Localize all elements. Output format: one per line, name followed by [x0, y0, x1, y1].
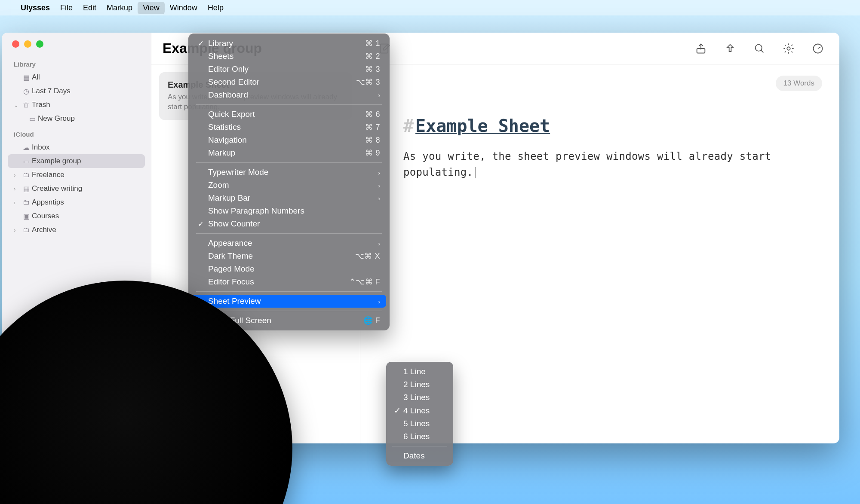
- sidebar-item-label: Trash: [32, 101, 50, 109]
- inbox-icon: ☁: [21, 144, 32, 152]
- submenu-dates[interactable]: Dates: [389, 449, 451, 462]
- sidebar-item-courses[interactable]: ▣ Courses: [2, 209, 151, 223]
- chevron-right-icon[interactable]: ›: [14, 227, 20, 233]
- sidebar-item-example-group[interactable]: ▭ Example group: [8, 154, 145, 168]
- document-heading: Example Sheet: [415, 116, 550, 136]
- sidebar-item-last-7-days[interactable]: ◷ Last 7 Days: [2, 84, 151, 98]
- menu-markup[interactable]: Markup⌘ 9: [192, 147, 386, 159]
- document-body[interactable]: #Example Sheet As you write, the sheet p…: [360, 64, 839, 180]
- sidebar-item-label: Example group: [32, 157, 81, 165]
- document-icon: ▭: [21, 157, 32, 165]
- sheet-preview-submenu: 1 Line 2 Lines 3 Lines ✓4 Lines 5 Lines …: [386, 362, 453, 466]
- dashboard-button[interactable]: [809, 40, 826, 57]
- menubar-view[interactable]: View: [138, 2, 165, 14]
- menu-dark-theme[interactable]: Dark Theme⌥⌘ X: [192, 250, 386, 263]
- menu-typewriter-mode[interactable]: Typewriter Mode›: [192, 166, 386, 179]
- menu-sheets[interactable]: Sheets⌘ 2: [192, 50, 386, 63]
- document-icon: ▭: [27, 115, 38, 123]
- menu-navigation[interactable]: Navigation⌘ 8: [192, 134, 386, 147]
- chevron-right-icon: ›: [374, 195, 380, 202]
- sidebar-section-library: Library: [2, 55, 151, 70]
- sidebar-item-all[interactable]: ▤ All: [2, 70, 151, 84]
- window-minimize-button[interactable]: [24, 40, 31, 48]
- text-cursor-icon: [475, 167, 476, 178]
- sidebar-section-icloud: iCloud: [2, 125, 151, 141]
- menu-appearance[interactable]: Appearance›: [192, 237, 386, 250]
- menu-zoom[interactable]: Zoom›: [192, 179, 386, 192]
- menu-quick-export[interactable]: Quick Export⌘ 6: [192, 108, 386, 121]
- heading-marker-icon: #: [403, 116, 414, 136]
- menubar-file[interactable]: File: [55, 2, 78, 14]
- chevron-right-icon[interactable]: ›: [14, 186, 20, 192]
- folder-icon: 🗀: [21, 226, 32, 234]
- search-button[interactable]: [751, 40, 768, 57]
- menu-second-editor[interactable]: Second Editor⌥⌘ 3: [192, 76, 386, 89]
- chevron-right-icon: ›: [374, 240, 380, 247]
- chevron-right-icon[interactable]: ›: [14, 172, 20, 178]
- shortcut-label: ⌘ 3: [365, 64, 380, 74]
- submenu-5-lines[interactable]: 5 Lines: [389, 417, 451, 430]
- svg-point-3: [787, 47, 790, 50]
- menu-editor-focus[interactable]: Editor Focus⌃⌥⌘ F: [192, 275, 386, 288]
- menu-dashboard[interactable]: Dashboard›: [192, 89, 386, 101]
- macos-menubar: Ulysses File Edit Markup View Window Hel…: [0, 0, 860, 15]
- submenu-2-lines[interactable]: 2 Lines: [389, 378, 451, 391]
- chevron-right-icon: ›: [374, 182, 380, 189]
- chevron-down-icon[interactable]: ⌄: [14, 102, 20, 108]
- shortcut-label: ⌘ 9: [365, 148, 380, 158]
- word-count-badge[interactable]: 13 Words: [776, 76, 822, 91]
- sidebar-item-trash[interactable]: ⌄🗑 Trash: [2, 98, 151, 112]
- sidebar-item-new-group[interactable]: ▭ New Group: [2, 112, 151, 125]
- menubar-window[interactable]: Window: [165, 2, 203, 14]
- briefcase-icon: ▣: [21, 212, 32, 220]
- menu-library[interactable]: ✓Library⌘ 1: [192, 37, 386, 50]
- submenu-1-line[interactable]: 1 Line: [389, 365, 451, 378]
- menu-show-paragraph-numbers[interactable]: Show Paragraph Numbers: [192, 205, 386, 217]
- sidebar-item-label: Last 7 Days: [32, 87, 71, 95]
- shortcut-label: ⌘ 2: [365, 52, 380, 61]
- window-close-button[interactable]: [12, 40, 19, 48]
- share-button[interactable]: [692, 40, 710, 57]
- tray-full-icon: ▤: [21, 73, 32, 82]
- clock-icon: ◷: [21, 87, 32, 95]
- sidebar-item-label: Courses: [32, 212, 59, 220]
- shortcut-label: ⌘ 8: [365, 135, 380, 145]
- shortcut-label: ⌘ 1: [365, 39, 380, 48]
- menu-show-counter[interactable]: ✓Show Counter: [192, 217, 386, 230]
- folder-icon: 🗀: [21, 171, 32, 179]
- checkmark-icon: ✓: [394, 406, 403, 415]
- submenu-4-lines[interactable]: ✓4 Lines: [389, 404, 451, 417]
- chevron-right-icon[interactable]: ›: [14, 199, 20, 206]
- shortcut-label: ⌘ 6: [365, 110, 380, 119]
- sidebar-item-inbox[interactable]: ☁ Inbox: [2, 141, 151, 154]
- submenu-3-lines[interactable]: 3 Lines: [389, 391, 451, 404]
- menubar-edit[interactable]: Edit: [78, 2, 101, 14]
- sidebar-item-label: Freelance: [32, 171, 64, 179]
- menu-sheet-preview[interactable]: Sheet Preview›: [192, 295, 386, 308]
- menubar-app[interactable]: Ulysses: [15, 2, 55, 14]
- sidebar-item-creative-writing[interactable]: ›▦ Creative writing: [2, 182, 151, 195]
- sidebar-item-archive[interactable]: ›🗀 Archive: [2, 223, 151, 237]
- checkmark-icon: ✓: [198, 39, 208, 48]
- menu-markup-bar[interactable]: Markup Bar›: [192, 192, 386, 205]
- menu-editor-only[interactable]: Editor Only⌘ 3: [192, 63, 386, 76]
- editor-toolbar: [360, 33, 839, 64]
- submenu-6-lines[interactable]: 6 Lines: [389, 430, 451, 443]
- menubar-markup[interactable]: Markup: [101, 2, 138, 14]
- sidebar-item-appsntips[interactable]: ›🗀 Appsntips: [2, 195, 151, 209]
- view-menu: ✓Library⌘ 1 Sheets⌘ 2 Editor Only⌘ 3 Sec…: [188, 34, 390, 330]
- shortcut-label: ⌥⌘ X: [355, 251, 380, 261]
- window-zoom-button[interactable]: [36, 40, 43, 48]
- document-paragraph: As you write, the sheet preview windows …: [403, 150, 771, 178]
- shortcut-label: 🌐 F: [363, 316, 381, 325]
- checkmark-icon: ✓: [198, 220, 208, 229]
- shortcut-label: ⌃⌥⌘ F: [349, 277, 381, 287]
- menubar-help[interactable]: Help: [203, 2, 229, 14]
- chevron-right-icon: ›: [374, 169, 380, 176]
- sidebar-item-freelance[interactable]: ›🗀 Freelance: [2, 168, 151, 182]
- settings-button[interactable]: [780, 40, 797, 57]
- sidebar-item-label: Inbox: [32, 143, 50, 152]
- menu-paged-mode[interactable]: Paged Mode: [192, 263, 386, 275]
- menu-statistics[interactable]: Statistics⌘ 7: [192, 121, 386, 134]
- publish-button[interactable]: [722, 40, 739, 57]
